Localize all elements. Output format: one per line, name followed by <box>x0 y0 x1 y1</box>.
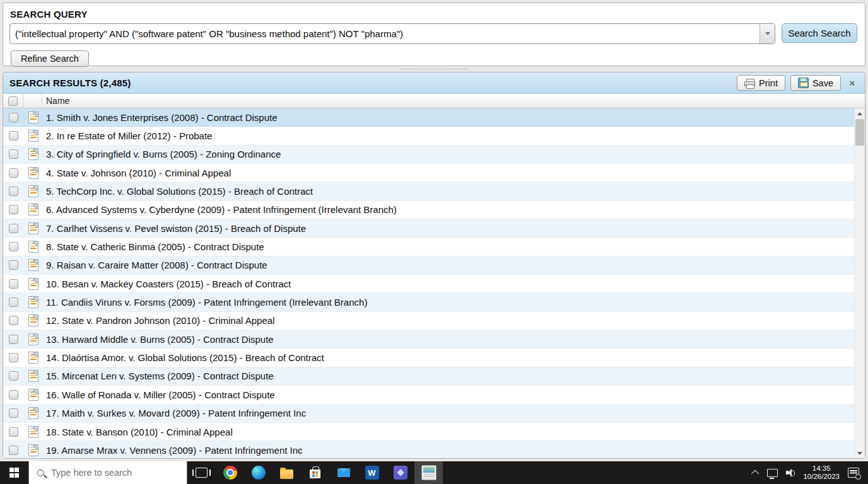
row-checkbox[interactable] <box>9 187 18 196</box>
row-checkbox[interactable] <box>9 131 18 141</box>
row-label: 7. Carlhet Vissens v. Pevel swiston (201… <box>42 223 306 234</box>
row-label: 13. Harward Middle v. Burns (2005) - Con… <box>42 334 274 345</box>
taskbar-app-file-explorer[interactable] <box>273 461 301 484</box>
table-row[interactable]: 19. Amarse Mrax v. Vennens (2009) - Pate… <box>3 441 854 458</box>
row-checkbox[interactable] <box>9 335 18 344</box>
taskbar-app-edge[interactable] <box>244 461 273 484</box>
table-row[interactable]: 11. Candiis Viruns v. Forsms (2009) - Pa… <box>3 293 854 311</box>
row-checkbox[interactable] <box>9 316 18 325</box>
table-row[interactable]: 9. Raisan v. Caraire Matter (2008) - Con… <box>3 256 854 275</box>
select-all-checkbox[interactable] <box>8 96 18 106</box>
table-row[interactable]: 3. City of Springfield v. Burns (2005) -… <box>3 146 854 164</box>
table-row[interactable]: 4. State v. Johnson (2010) - Criminal Ap… <box>3 164 854 182</box>
table-row[interactable]: 13. Harward Middle v. Burns (2005) - Con… <box>3 330 854 349</box>
file-explorer-icon <box>280 470 293 479</box>
taskbar-search-input[interactable] <box>50 467 166 478</box>
row-checkbox[interactable] <box>9 408 18 418</box>
results-table-body: 1. Smith v. Jones Enterprises (2008) - C… <box>3 108 865 458</box>
table-row[interactable]: 5. TechCorp Inc. v. Global Solutions (20… <box>3 182 854 200</box>
action-center-icon[interactable] <box>848 468 859 478</box>
row-checkbox[interactable] <box>9 427 18 437</box>
row-checkbox[interactable] <box>9 279 18 289</box>
row-label: 4. State v. Johnson (2010) - Criminal Ap… <box>42 168 231 178</box>
scroll-down-button[interactable] <box>855 448 865 458</box>
row-checkbox[interactable] <box>9 205 18 214</box>
start-button[interactable] <box>0 461 28 484</box>
table-row[interactable]: 1. Smith v. Jones Enterprises (2008) - C… <box>3 108 854 127</box>
search-icon <box>37 470 44 476</box>
scrollbar-thumb[interactable] <box>855 119 864 146</box>
panel-splitter[interactable] <box>0 66 868 71</box>
row-checkbox[interactable] <box>9 260 18 270</box>
document-icon <box>28 130 38 142</box>
row-checkbox[interactable] <box>9 390 18 400</box>
row-checkbox[interactable] <box>9 224 18 233</box>
table-row[interactable]: 10. Besan v. Mackey Coasters (2015) - Br… <box>3 275 854 293</box>
search-button[interactable]: Search Search <box>782 23 857 43</box>
results-header: SEARCH RESULTS (2,485) Print Save × <box>3 72 865 94</box>
table-row[interactable]: 15. Mircenat Len v. Systems (2009) - Con… <box>3 367 854 386</box>
row-checkbox[interactable] <box>9 297 18 307</box>
save-button[interactable]: Save <box>790 75 841 91</box>
row-label: 18. State v. Banson (2010) - Criminal Ap… <box>42 427 233 437</box>
table-row[interactable]: 8. State v. Catheric Binma (2005) - Cont… <box>3 238 854 256</box>
taskbar-app-active[interactable] <box>414 461 443 484</box>
taskbar-app-chrome[interactable] <box>216 461 244 484</box>
print-button[interactable]: Print <box>737 75 785 91</box>
search-results-panel: SEARCH RESULTS (2,485) Print Save × Name… <box>3 72 865 459</box>
clock-time: 14:35 <box>803 464 840 473</box>
table-row[interactable]: 16. Walle of Ronada v. Miller (2005) - C… <box>3 386 854 404</box>
query-combobox[interactable] <box>9 23 775 44</box>
vertical-scrollbar[interactable] <box>854 108 865 458</box>
search-query-panel: SEARCH QUERY Search Search Refine Search <box>3 3 865 66</box>
edge-icon <box>252 466 266 480</box>
table-row[interactable]: 12. State v. Pandron Johnson (2010) - Cr… <box>3 312 854 330</box>
search-button-label: Search Search <box>788 28 850 38</box>
table-row[interactable]: 17. Maith v. Surkes v. Movard (2009) - P… <box>3 405 854 423</box>
row-checkbox[interactable] <box>9 371 18 381</box>
row-label: 10. Besan v. Mackey Coasters (2015) - Br… <box>42 279 291 289</box>
document-icon <box>28 370 38 382</box>
taskbar-clock[interactable]: 14:35 10/26/2023 <box>803 464 840 481</box>
row-label: 2. In re Estate of Miller (2012) - Proba… <box>42 130 212 141</box>
refine-search-button[interactable]: Refine Search <box>11 50 89 67</box>
table-row[interactable]: 7. Carlhet Vissens v. Pevel swiston (201… <box>3 219 854 238</box>
row-checkbox[interactable] <box>9 113 18 122</box>
table-row[interactable]: 6. Advanced Systems v. Cyberdyne (2009) … <box>3 201 854 219</box>
network-icon[interactable] <box>767 469 778 477</box>
icon-column-header <box>23 94 42 108</box>
row-checkbox[interactable] <box>9 168 18 178</box>
row-checkbox[interactable] <box>9 446 18 455</box>
purple-app-icon <box>394 466 408 480</box>
close-icon[interactable]: × <box>846 78 859 88</box>
name-column-header[interactable]: Name <box>42 96 69 106</box>
taskbar-app-mail[interactable] <box>329 461 358 484</box>
row-checkbox[interactable] <box>9 149 18 159</box>
document-icon <box>28 148 38 160</box>
task-view-button[interactable] <box>187 461 216 484</box>
volume-icon[interactable] <box>786 469 795 476</box>
scroll-up-button[interactable] <box>855 108 865 118</box>
chevron-down-icon <box>765 32 770 35</box>
row-checkbox[interactable] <box>9 242 18 251</box>
document-icon <box>28 314 38 326</box>
row-label: 5. TechCorp Inc. v. Global Solutions (20… <box>42 186 313 197</box>
taskbar-app-purple[interactable] <box>386 461 414 484</box>
query-input[interactable] <box>10 24 760 43</box>
task-view-icon <box>196 468 208 478</box>
start-icon <box>9 468 20 478</box>
row-label: 9. Raisan v. Caraire Matter (2008) - Con… <box>42 260 267 270</box>
taskbar-app-store[interactable] <box>301 461 329 484</box>
table-row[interactable]: 18. State v. Banson (2010) - Criminal Ap… <box>3 423 854 441</box>
query-dropdown-button[interactable] <box>760 24 775 43</box>
row-label: 16. Walle of Ronada v. Miller (2005) - C… <box>42 389 275 400</box>
save-disk-icon <box>798 78 809 88</box>
taskbar-app-word[interactable]: W <box>358 461 386 484</box>
taskbar-search[interactable] <box>28 461 187 484</box>
printer-icon <box>744 79 755 88</box>
chevron-up-icon[interactable] <box>751 470 760 478</box>
row-checkbox[interactable] <box>9 353 18 362</box>
table-row[interactable]: 2. In re Estate of Miller (2012) - Proba… <box>3 127 854 145</box>
mail-icon <box>337 468 350 477</box>
table-row[interactable]: 14. Dlaórtisa Amor. v. Global Solutions … <box>3 349 854 367</box>
